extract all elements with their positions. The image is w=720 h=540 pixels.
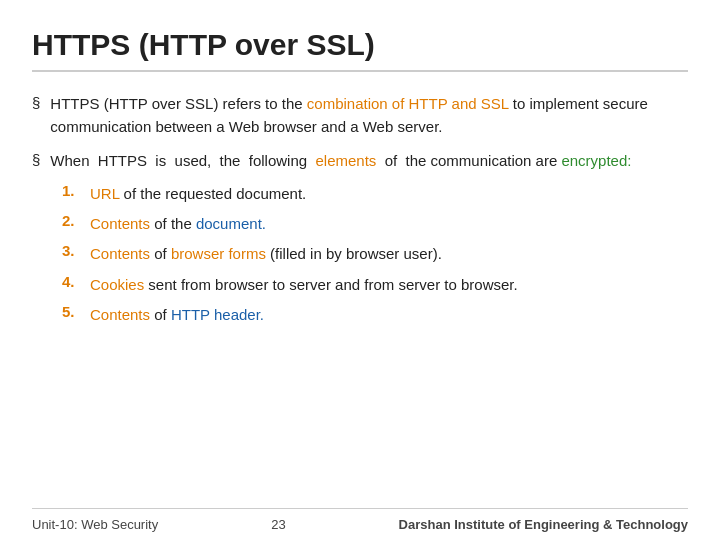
slide-title: HTTPS (HTTP over SSL) — [32, 28, 688, 72]
bullet-text-1: HTTPS (HTTP over SSL) refers to the comb… — [50, 92, 688, 139]
number-3: 3. — [62, 242, 80, 259]
numbered-item-3: 3. Contents of browser forms (filled in … — [62, 242, 688, 265]
highlight-document: document. — [196, 215, 266, 232]
highlight-browser-forms: browser forms — [171, 245, 266, 262]
numbered-text-3: Contents of browser forms (filled in by … — [90, 242, 442, 265]
highlight-contents-3: Contents — [90, 245, 150, 262]
number-4: 4. — [62, 273, 80, 290]
footer-right: Darshan Institute of Engineering & Techn… — [399, 517, 688, 532]
highlight-elements: elements — [315, 152, 376, 169]
bullet-symbol-1: § — [32, 94, 40, 111]
number-2: 2. — [62, 212, 80, 229]
highlight-contents-5: Contents — [90, 306, 150, 323]
highlight-url: URL — [90, 185, 119, 202]
numbered-text-4: Cookies sent from browser to server and … — [90, 273, 518, 296]
numbered-item-1: 1. URL of the requested document. — [62, 182, 688, 205]
numbered-text-2: Contents of the document. — [90, 212, 266, 235]
highlight-http-header: HTTP header. — [171, 306, 264, 323]
slide-footer: Unit-10: Web Security 23 Darshan Institu… — [32, 508, 688, 540]
bullet-item-1: § HTTPS (HTTP over SSL) refers to the co… — [32, 92, 688, 139]
numbered-text-1: URL of the requested document. — [90, 182, 306, 205]
slide-container: HTTPS (HTTP over SSL) § HTTPS (HTTP over… — [0, 0, 720, 540]
number-5: 5. — [62, 303, 80, 320]
highlight-contents-2: Contents — [90, 215, 150, 232]
highlight-combination: combination of HTTP and SSL — [307, 95, 509, 112]
slide-content: § HTTPS (HTTP over SSL) refers to the co… — [32, 82, 688, 508]
number-1: 1. — [62, 182, 80, 199]
numbered-item-4: 4. Cookies sent from browser to server a… — [62, 273, 688, 296]
bullet-symbol-2: § — [32, 151, 40, 168]
numbered-item-5: 5. Contents of HTTP header. — [62, 303, 688, 326]
highlight-encrypted: encrypted: — [561, 152, 631, 169]
footer-center: 23 — [271, 517, 285, 532]
numbered-text-5: Contents of HTTP header. — [90, 303, 264, 326]
numbered-item-2: 2. Contents of the document. — [62, 212, 688, 235]
bullet-text-2: When HTTPS is used, the following elemen… — [50, 149, 631, 172]
footer-left: Unit-10: Web Security — [32, 517, 158, 532]
highlight-cookies: Cookies — [90, 276, 144, 293]
numbered-list: 1. URL of the requested document. 2. Con… — [62, 182, 688, 326]
bullet-item-2: § When HTTPS is used, the following elem… — [32, 149, 688, 172]
